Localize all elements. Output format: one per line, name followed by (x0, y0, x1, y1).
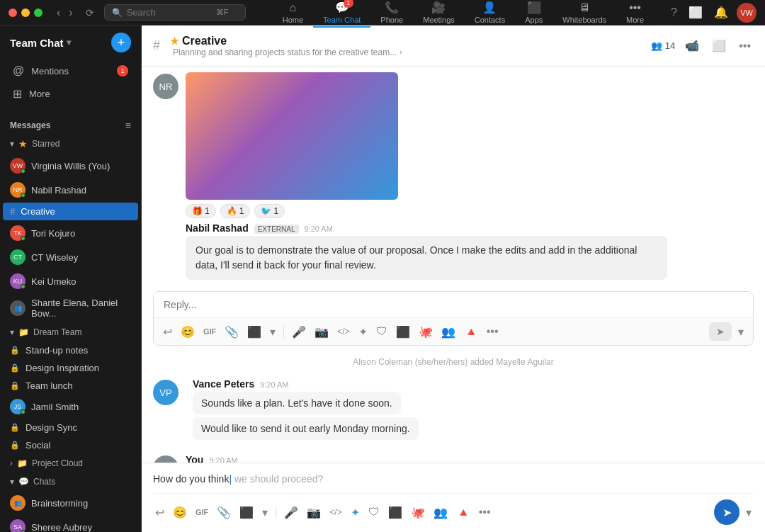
forward-button[interactable]: › (66, 5, 75, 21)
dream-team-folder-icon: 📁 (18, 327, 29, 337)
compose-team-button[interactable]: 👥 (431, 504, 450, 521)
search-bar[interactable]: 🔍 ⌘F (104, 4, 246, 21)
shield-button[interactable]: 🛡 (374, 323, 390, 340)
compose-video-button[interactable]: 📷 (305, 504, 323, 521)
screenshot-button[interactable]: ⬛ (245, 323, 264, 341)
reaction-bird[interactable]: 🐦 1 (254, 204, 285, 218)
sidebar-item-creative[interactable]: # Creative (3, 203, 138, 220)
sidebar-item-design-sync[interactable]: 🔒 Design Sync (3, 419, 138, 436)
video-button[interactable]: 📷 (312, 323, 331, 341)
tab-phone[interactable]: 📞 Phone (370, 0, 413, 27)
sidebar-toggle-button[interactable]: ⬜ (709, 36, 729, 55)
kei-label: Kei Umeko (31, 276, 76, 287)
compose-gdrive-button[interactable]: 🔺 (454, 504, 472, 521)
compose-screenshot-button[interactable]: ⬛ (237, 504, 256, 521)
compose-more-button[interactable]: ••• (477, 504, 493, 521)
sidebar-item-team-lunch[interactable]: 🔒 Team lunch (3, 378, 138, 394)
tab-phone-label: Phone (380, 16, 403, 24)
tab-apps[interactable]: ⬛ Apps (515, 0, 552, 27)
back-button[interactable]: ‹ (54, 5, 63, 21)
layout-button[interactable]: ⬜ (686, 3, 706, 22)
starred-chevron-icon: ▾ (10, 139, 14, 149)
team-button[interactable]: 👥 (439, 323, 458, 341)
tab-contacts[interactable]: 👤 Contacts (465, 0, 515, 27)
tab-whiteboards[interactable]: 🖥 Whiteboards (552, 0, 616, 27)
virginia-label: Virginia Willis (You) (31, 161, 110, 171)
compose-area: How do you think| we should proceed? ↩ 😊… (142, 463, 765, 532)
chat-more-button[interactable]: ••• (736, 37, 754, 55)
sidebar-item-jamil[interactable]: JS Jamil Smith (3, 395, 138, 418)
compose-shield-button[interactable]: 🛡 (366, 504, 382, 521)
ai-button[interactable]: ✦ (356, 323, 370, 341)
gif-button[interactable]: GIF (201, 325, 218, 338)
attach-button[interactable]: 📎 (222, 323, 241, 341)
sidebar-item-more[interactable]: ⊞ More (3, 82, 138, 106)
compose-code-button[interactable]: </> (327, 505, 344, 519)
reply-send-button[interactable]: ➤ (709, 322, 732, 341)
toolbar-sep-1 (283, 325, 284, 338)
notifications-button[interactable]: 🔔 (711, 3, 731, 22)
top-right-icons: ? ⬜ 🔔 VW (668, 3, 756, 23)
filter-icon[interactable]: ≡ (125, 120, 131, 131)
hash-icon: # (10, 206, 15, 217)
user-avatar[interactable]: VW (737, 3, 756, 23)
compose-screenshot-dropdown[interactable]: ▾ (260, 504, 270, 521)
members-button[interactable]: 👥 14 (651, 40, 675, 51)
tab-meetings[interactable]: 🎥 Meetings (413, 0, 465, 27)
chat-description[interactable]: Planning and sharing projects status for… (173, 47, 402, 57)
sidebar-item-social[interactable]: 🔒 Social (3, 437, 138, 453)
tab-teamchat[interactable]: 💬1 Team Chat (313, 0, 370, 27)
minimize-button[interactable] (21, 9, 30, 17)
sidebar-item-mentions[interactable]: @ Mentions 1 (3, 60, 138, 82)
project-cloud-header[interactable]: › 📁 Project Cloud (3, 455, 138, 472)
sidebar-item-ct[interactable]: CT CT Wiseley (3, 246, 138, 268)
compose-gif-button[interactable]: GIF (193, 506, 210, 519)
reply-input[interactable] (154, 292, 753, 317)
compose-ai-button[interactable]: ✦ (348, 504, 362, 521)
compose-send-options[interactable]: ▾ (744, 504, 754, 521)
history-button[interactable]: ⟳ (81, 6, 98, 20)
compose-github-button[interactable]: 🐙 (409, 504, 427, 521)
emoji-button[interactable]: 😊 (178, 323, 197, 341)
search-input[interactable] (127, 7, 212, 18)
channel-name: Creative (182, 35, 227, 47)
starred-group-header[interactable]: ▾ ★ Starred (3, 135, 138, 153)
compose-format-button[interactable]: ↩ (153, 504, 166, 521)
chats-section-header[interactable]: ▾ 💬 Chats (3, 473, 138, 490)
close-button[interactable] (8, 9, 17, 17)
sidebar-item-brainstorming[interactable]: 👥 Brainstorming (3, 492, 138, 514)
sidebar-item-nabil[interactable]: NR Nabil Rashad (3, 179, 138, 201)
tab-more[interactable]: ••• More (616, 0, 654, 27)
audio-button[interactable]: 🎤 (290, 323, 308, 341)
compose-send-button[interactable]: ➤ (714, 499, 740, 525)
fullscreen-button[interactable] (34, 9, 42, 17)
compose-audio-button[interactable]: 🎤 (282, 504, 300, 521)
apps-toolbar-button[interactable]: ⬛ (394, 323, 412, 341)
compose-emoji-button[interactable]: 😊 (171, 504, 189, 521)
sidebar-item-virginia[interactable]: VW Virginia Willis (You) (3, 154, 138, 177)
shante-avatar: 👥 (10, 300, 26, 316)
sidebar-item-standup[interactable]: 🔒 Stand-up notes (3, 342, 138, 358)
code-button[interactable]: </> (335, 324, 351, 339)
video-call-button[interactable]: 📹 (682, 36, 702, 55)
sidebar-item-tori[interactable]: TK Tori Kojuro (3, 222, 138, 244)
sidebar-item-shante[interactable]: 👥 Shante Elena, Daniel Bow... (3, 294, 138, 322)
github-button[interactable]: 🐙 (416, 323, 435, 341)
send-options-button[interactable]: ▾ (736, 323, 746, 341)
add-channel-button[interactable]: + (111, 33, 131, 52)
sidebar-item-design-inspo[interactable]: 🔒 Design Inspiration (3, 360, 138, 376)
screenshot-dropdown[interactable]: ▾ (268, 323, 278, 341)
tab-home[interactable]: ⌂ Home (273, 0, 313, 27)
format-button[interactable]: ↩ (161, 323, 174, 341)
dream-team-header[interactable]: ▾ 📁 Dream Team (3, 324, 138, 341)
compose-attach-button[interactable]: 📎 (215, 504, 233, 521)
sidebar-item-kei[interactable]: KU Kei Umeko (3, 270, 138, 293)
sidebar-item-sheree[interactable]: SA Sheree Aubrey (3, 516, 138, 532)
compose-apps-button[interactable]: ⬛ (386, 504, 404, 521)
reaction-gift[interactable]: 🎁 1 (186, 204, 216, 218)
more-toolbar-button[interactable]: ••• (484, 323, 501, 340)
gdrive-button[interactable]: 🔺 (462, 323, 480, 341)
help-button[interactable]: ? (668, 4, 680, 22)
vance-line-1: Sounds like a plan. Let's have it done s… (201, 397, 392, 409)
reaction-fire[interactable]: 🔥 1 (220, 204, 251, 218)
